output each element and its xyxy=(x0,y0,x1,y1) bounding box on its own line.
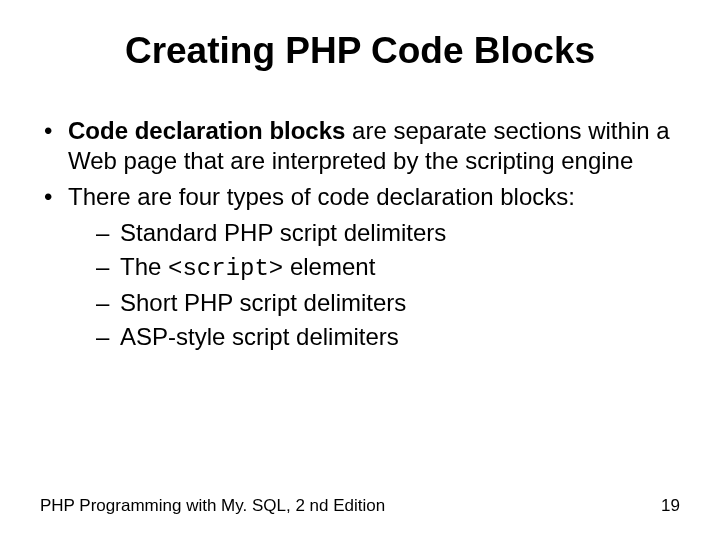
bullet-list: Code declaration blocks are separate sec… xyxy=(40,116,680,352)
sub-bullet-item: Standard PHP script delimiters xyxy=(96,218,680,248)
bullet-item: Code declaration blocks are separate sec… xyxy=(40,116,680,176)
sub-bullet-text: ASP-style script delimiters xyxy=(120,323,399,350)
slide-body: Code declaration blocks are separate sec… xyxy=(40,116,680,352)
sub-bullet-text: The xyxy=(120,253,168,280)
slide-title: Creating PHP Code Blocks xyxy=(40,30,680,72)
sub-bullet-text: Standard PHP script delimiters xyxy=(120,219,446,246)
slide: Creating PHP Code Blocks Code declaratio… xyxy=(0,0,720,540)
sub-bullet-item: Short PHP script delimiters xyxy=(96,288,680,318)
bold-term: Code declaration blocks xyxy=(68,117,345,144)
sub-bullet-text: Short PHP script delimiters xyxy=(120,289,406,316)
page-number: 19 xyxy=(661,496,680,516)
code-literal: <script> xyxy=(168,255,283,282)
sub-bullet-text: element xyxy=(283,253,375,280)
footer-left: PHP Programming with My. SQL, 2 nd Editi… xyxy=(40,496,385,516)
sub-bullet-item: The <script> element xyxy=(96,252,680,284)
bullet-text: There are four types of code declaration… xyxy=(68,183,575,210)
sub-bullet-item: ASP-style script delimiters xyxy=(96,322,680,352)
slide-footer: PHP Programming with My. SQL, 2 nd Editi… xyxy=(40,496,680,516)
sub-bullet-list: Standard PHP script delimiters The <scri… xyxy=(68,218,680,352)
bullet-item: There are four types of code declaration… xyxy=(40,182,680,352)
